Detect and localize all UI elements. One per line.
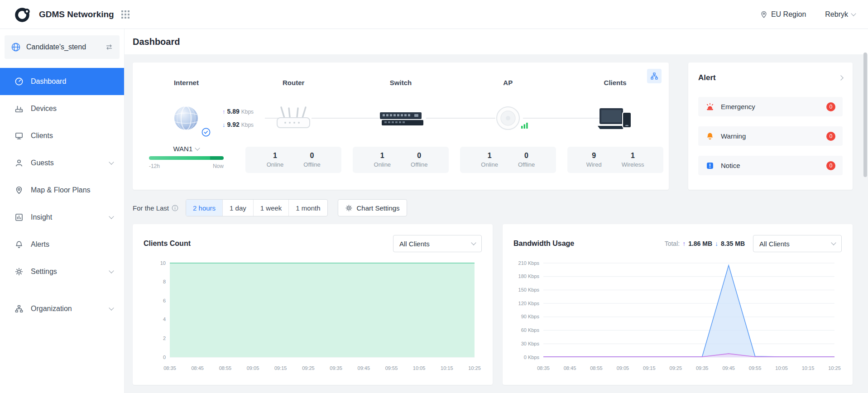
download-total: 8.35 MB — [721, 240, 745, 247]
sidebar-item-label: Devices — [31, 105, 57, 113]
svg-text:09:15: 09:15 — [274, 365, 287, 371]
globe-icon — [11, 42, 21, 52]
wan-selector[interactable]: WAN1 — [173, 145, 200, 153]
svg-text:10:25: 10:25 — [468, 365, 481, 371]
alert-count-badge: 0 — [826, 161, 835, 170]
internet-globe-icon — [173, 105, 199, 131]
sidebar-item-settings[interactable]: Settings — [0, 258, 124, 285]
svg-text:10:15: 10:15 — [441, 365, 453, 371]
clients-count-title: Clients Count — [144, 240, 191, 248]
svg-text:0: 0 — [163, 355, 166, 360]
alert-count-badge: 0 — [826, 102, 835, 111]
svg-text:09:05: 09:05 — [617, 365, 629, 371]
clients-stats: 9Wired 1Wireless — [567, 147, 663, 173]
chevron-right-icon[interactable] — [838, 75, 843, 80]
info-icon[interactable] — [172, 205, 178, 211]
chevron-down-icon — [109, 268, 114, 273]
bandwidth-filter-dropdown[interactable]: All Clients — [753, 235, 842, 252]
filter-label: For the Last — [133, 204, 178, 212]
svg-text:10:05: 10:05 — [413, 365, 426, 371]
apps-grid-icon[interactable] — [121, 10, 129, 19]
chevron-down-icon — [831, 240, 836, 245]
switch-device-icon — [377, 107, 424, 129]
upload-arrow-icon: ↑ — [222, 108, 225, 115]
time-range-1-month[interactable]: 1 month — [288, 200, 327, 216]
app-title: GDMS Networking — [39, 10, 114, 19]
alert-row-emergency[interactable]: Emergency 0 — [698, 97, 843, 116]
clients-filter-dropdown[interactable]: All Clients — [393, 235, 482, 252]
sidebar-item-label: Organization — [31, 305, 72, 313]
download-arrow-icon: ↓ — [715, 240, 718, 247]
time-range-1-day[interactable]: 1 day — [222, 200, 253, 216]
sidebar-item-alerts[interactable]: Alerts — [0, 231, 124, 258]
svg-text:08:35: 08:35 — [537, 365, 550, 371]
sidebar-item-dashboard[interactable]: Dashboard — [0, 68, 124, 95]
sidebar-item-insight[interactable]: Insight — [0, 204, 124, 231]
router-offline-stat: 0Offline — [303, 152, 320, 168]
download-arrow-icon: ↓ — [222, 121, 225, 128]
svg-text:6: 6 — [163, 298, 166, 303]
insight-icon — [14, 213, 24, 222]
svg-text:09:55: 09:55 — [385, 365, 398, 371]
sidebar-item-clients[interactable]: Clients — [0, 122, 124, 149]
gdms-logo-icon — [13, 5, 32, 24]
bandwidth-usage-chart: 0 Kbps30 Kbps60 Kbps90 Kbps120 Kbps150 K… — [513, 259, 842, 374]
ap-signal-bars-icon — [521, 122, 528, 129]
range-start: -12h — [149, 163, 160, 169]
sidebar-item-label: Dashboard — [31, 77, 66, 86]
chart-settings-button[interactable]: Chart Settings — [338, 199, 407, 216]
chevron-down-icon — [109, 159, 114, 164]
page-title-bar: Dashboard — [125, 29, 868, 54]
svg-text:09:25: 09:25 — [302, 365, 315, 371]
svg-text:0 Kbps: 0 Kbps — [524, 355, 540, 360]
user-menu[interactable]: Rebryk — [825, 10, 855, 19]
time-range-1-week[interactable]: 1 week — [253, 200, 289, 216]
time-range-2-hours[interactable]: 2 hours — [186, 200, 222, 216]
alert-row-warning[interactable]: Warning 0 — [698, 126, 843, 146]
alert-label: Notice — [721, 162, 740, 169]
svg-text:09:05: 09:05 — [247, 365, 259, 371]
main-content: Dashboard — [125, 29, 868, 393]
sidebar-item-devices[interactable]: Devices — [0, 95, 124, 122]
org-switcher[interactable]: Candidate's_stend — [5, 35, 120, 59]
sidebar-item-label: Map & Floor Plans — [31, 186, 91, 194]
sidebar-item-map-floor-plans[interactable]: Map & Floor Plans — [0, 177, 124, 204]
svg-text:30 Kbps: 30 Kbps — [521, 341, 540, 346]
chevron-down-icon — [109, 214, 114, 219]
alert-count-badge: 0 — [826, 132, 835, 141]
svg-text:09:25: 09:25 — [670, 365, 682, 371]
alert-label: Warning — [721, 132, 746, 140]
sidebar-item-organization[interactable]: Organization — [0, 295, 124, 322]
svg-text:09:45: 09:45 — [358, 365, 370, 371]
svg-text:150 Kbps: 150 Kbps — [518, 287, 540, 292]
chevron-down-icon — [195, 145, 200, 150]
svg-text:08:55: 08:55 — [590, 365, 603, 371]
svg-text:210 Kbps: 210 Kbps — [518, 260, 540, 266]
svg-text:08:35: 08:35 — [163, 365, 176, 371]
devices-icon — [14, 104, 24, 113]
location-pin-icon — [760, 10, 767, 19]
wan-status-check-icon — [201, 128, 211, 137]
svg-text:10:25: 10:25 — [828, 365, 841, 371]
region-selector[interactable]: EU Region — [760, 10, 806, 19]
clients-icon — [14, 131, 24, 140]
switch-stats: 1Online 0Offline — [353, 147, 449, 173]
ap-online-stat: 1Online — [481, 152, 498, 168]
clients-count-card: Clients Count All Clients 024681008:3508… — [133, 224, 493, 385]
topology-switch-column: Switch — [347, 62, 455, 190]
map-pin-icon — [14, 186, 24, 195]
time-filter-row: For the Last 2 hours 1 day 1 week 1 mont… — [133, 199, 853, 216]
ap-stats: 1Online 0Offline — [460, 147, 556, 173]
topology-clients-column: Clients — [561, 62, 669, 190]
vertical-scrollbar[interactable] — [863, 53, 867, 177]
sidebar-item-guests[interactable]: Guests — [0, 149, 124, 177]
svg-text:4: 4 — [163, 316, 166, 322]
clients-title: Clients — [604, 79, 627, 88]
time-range-segmented-control: 2 hours 1 day 1 week 1 month — [186, 199, 327, 216]
clients-wired-stat: 9Wired — [586, 152, 602, 168]
svg-text:10:15: 10:15 — [802, 365, 815, 371]
sidebar-item-label: Insight — [31, 213, 52, 221]
user-name: Rebryk — [825, 10, 848, 19]
upload-total: 1.86 MB — [688, 240, 712, 247]
alert-row-notice[interactable]: Notice 0 — [698, 156, 843, 175]
